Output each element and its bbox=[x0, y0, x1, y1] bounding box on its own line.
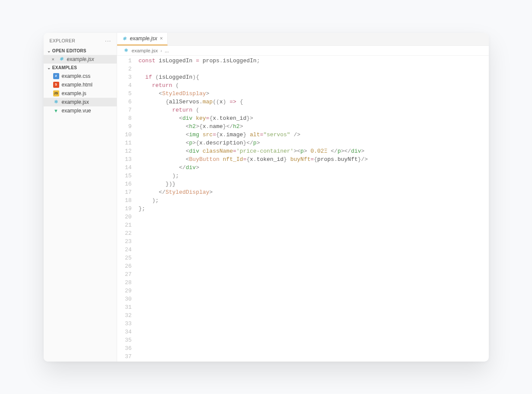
open-editor-filename: example.jsx bbox=[67, 56, 94, 62]
explorer-sidebar: EXPLORER ··· ⌄ OPEN EDITORS × ⚛ example.… bbox=[44, 33, 117, 362]
file-item-vue[interactable]: ▼ example.vue bbox=[44, 106, 117, 115]
js-icon: JS bbox=[53, 90, 59, 96]
react-icon: ⚛ bbox=[53, 99, 59, 105]
react-icon: ⚛ bbox=[58, 56, 64, 62]
file-name: example.jsx bbox=[62, 99, 89, 105]
file-name: example.html bbox=[62, 82, 92, 88]
file-item-css[interactable]: # example.css bbox=[44, 72, 117, 80]
open-editors-label: OPEN EDITORS bbox=[52, 48, 86, 53]
tab-bar: ⚛ example.jsx × bbox=[117, 33, 489, 46]
react-icon: ⚛ bbox=[121, 35, 127, 42]
close-icon[interactable]: × bbox=[51, 57, 56, 62]
close-icon[interactable]: × bbox=[160, 35, 163, 42]
main-area: ⚛ example.jsx × ⚛ example.jsx › ... 1234… bbox=[117, 33, 489, 362]
css-icon: # bbox=[53, 73, 59, 79]
file-item-jsx[interactable]: ⚛ example.jsx bbox=[44, 98, 117, 106]
code-editor[interactable]: 1234567891011121314151617181920212223242… bbox=[117, 56, 489, 362]
explorer-more-icon[interactable]: ··· bbox=[105, 37, 111, 44]
explorer-title: EXPLORER bbox=[50, 38, 76, 43]
chevron-down-icon: ⌄ bbox=[47, 48, 51, 53]
file-item-html[interactable]: 5 example.html bbox=[44, 80, 117, 89]
explorer-header: EXPLORER ··· bbox=[44, 33, 117, 47]
tab-active[interactable]: ⚛ example.jsx × bbox=[117, 33, 168, 45]
open-editors-section[interactable]: ⌄ OPEN EDITORS bbox=[44, 47, 117, 55]
file-item-js[interactable]: JS example.js bbox=[44, 89, 117, 98]
examples-label: EXAMPLES bbox=[52, 65, 77, 70]
breadcrumb-rest: ... bbox=[165, 48, 169, 53]
editor-window: EXPLORER ··· ⌄ OPEN EDITORS × ⚛ example.… bbox=[44, 33, 489, 362]
breadcrumb[interactable]: ⚛ example.jsx › ... bbox=[117, 46, 489, 56]
breadcrumb-file: example.jsx bbox=[132, 48, 158, 53]
file-name: example.js bbox=[62, 90, 86, 96]
tab-label: example.jsx bbox=[130, 35, 157, 42]
react-icon: ⚛ bbox=[123, 48, 129, 54]
examples-section[interactable]: ⌄ EXAMPLES bbox=[44, 64, 117, 72]
vue-icon: ▼ bbox=[53, 108, 59, 114]
line-number-gutter: 1234567891011121314151617181920212223242… bbox=[117, 56, 136, 362]
file-name: example.css bbox=[62, 73, 91, 79]
code-content[interactable]: const isLoggedIn = props.isLoggedIn; if … bbox=[136, 56, 489, 362]
chevron-down-icon: ⌄ bbox=[47, 65, 51, 70]
file-name: example.vue bbox=[62, 108, 91, 114]
chevron-right-icon: › bbox=[160, 48, 162, 53]
open-editor-item[interactable]: × ⚛ example.jsx bbox=[44, 55, 117, 64]
html-icon: 5 bbox=[53, 82, 59, 88]
